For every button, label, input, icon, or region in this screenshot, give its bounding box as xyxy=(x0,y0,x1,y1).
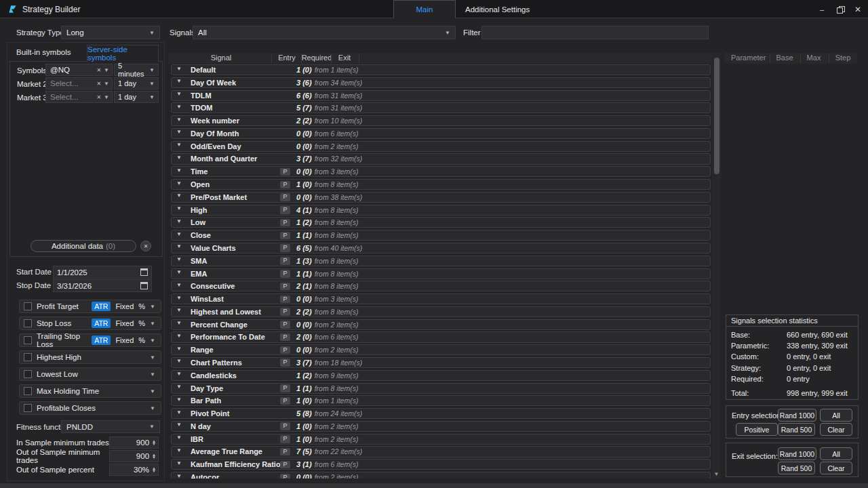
parametric-badge[interactable]: P xyxy=(280,168,290,176)
parametric-badge[interactable]: P xyxy=(280,346,290,354)
mode-fixed-button[interactable]: Fixed xyxy=(115,319,134,327)
expand-arrow-icon[interactable]: ▼ xyxy=(176,180,182,186)
exit-clear-button[interactable]: Clear xyxy=(820,462,852,474)
mode-atr-button[interactable]: ATR xyxy=(92,319,111,328)
signal-row[interactable]: ▼ Average True Range P 7 (5)from 22 item… xyxy=(171,446,711,457)
number-stepper[interactable]: 900 ▲▼ xyxy=(109,450,159,462)
mode-percent-button[interactable]: % xyxy=(138,336,145,344)
symbol-select[interactable]: @NQ ✕ ▼ xyxy=(45,64,113,76)
close-button[interactable]: ✕ xyxy=(851,3,865,16)
checkbox[interactable] xyxy=(24,370,32,378)
symbol-select[interactable]: Select... ✕ ▼ xyxy=(45,91,113,103)
expand-arrow-icon[interactable]: ▼ xyxy=(176,295,182,301)
clear-icon[interactable]: ✕ xyxy=(96,94,101,100)
signal-row[interactable]: ▼ Consecutive P 2 (1)from 8 item(s) xyxy=(171,281,711,291)
expand-arrow-icon[interactable]: ▼ xyxy=(176,231,182,237)
expand-arrow-icon[interactable]: ▼ xyxy=(176,155,182,161)
mode-atr-button[interactable]: ATR xyxy=(92,302,111,311)
expand-arrow-icon[interactable]: ▼ xyxy=(176,282,182,288)
signal-row[interactable]: ▼ SMA P 1 (3)from 8 item(s) xyxy=(171,256,711,266)
signal-row[interactable]: ▼ Time P 0 (0)from 3 item(s) xyxy=(171,166,711,177)
parametric-badge[interactable]: P xyxy=(280,435,290,443)
parametric-badge[interactable]: P xyxy=(280,448,290,456)
number-stepper[interactable]: 900 ▲▼ xyxy=(109,436,159,449)
signal-row[interactable]: ▼ Chart Patterns P 3 (7)from 18 item(s) xyxy=(171,357,711,368)
expand-arrow-icon[interactable]: ▼ xyxy=(176,256,182,262)
entry-positive-button[interactable]: Positive xyxy=(736,423,778,436)
signal-row[interactable]: ▼ Pivot Point P 5 (8)from 24 item(s) xyxy=(171,408,711,419)
parametric-badge[interactable]: P xyxy=(280,474,290,479)
entry-all-button[interactable]: All xyxy=(820,409,852,422)
parametric-badge[interactable]: P xyxy=(280,321,290,329)
signal-row[interactable]: ▼ Open P 1 (0)from 8 item(s) xyxy=(171,179,711,190)
signal-row[interactable]: ▼ Day Of Week P 3 (6)from 34 item(s) xyxy=(171,77,711,88)
parametric-badge[interactable]: P xyxy=(280,283,290,291)
chevron-down-icon[interactable]: ▼ xyxy=(150,304,155,310)
timeframe-select[interactable]: 1 day ▼ xyxy=(114,91,159,103)
parametric-badge[interactable]: P xyxy=(280,257,290,265)
expand-arrow-icon[interactable]: ▼ xyxy=(176,447,182,453)
mode-percent-button[interactable]: % xyxy=(138,302,145,310)
signal-row[interactable]: ▼ Value Charts P 6 (5)from 40 item(s) xyxy=(171,243,711,253)
minimize-button[interactable]: – xyxy=(815,3,829,16)
additional-data-button[interactable]: Additional data (0) xyxy=(31,240,136,252)
exit-option-row[interactable]: Stop Loss ATR Fixed % ▼ xyxy=(19,317,161,330)
chevron-down-icon[interactable]: ▼ xyxy=(150,354,155,361)
signal-row[interactable]: ▼ TDOM P 5 (7)from 31 item(s) xyxy=(171,102,711,113)
expand-arrow-icon[interactable]: ▼ xyxy=(176,473,182,479)
chevron-down-icon[interactable]: ▼ xyxy=(150,405,155,411)
parametric-badge[interactable]: P xyxy=(280,384,290,392)
mode-fixed-button[interactable]: Fixed xyxy=(115,302,134,310)
signal-row[interactable]: ▼ Pre/Post Market P 0 (0)from 38 item(s) xyxy=(171,192,711,203)
expand-arrow-icon[interactable]: ▼ xyxy=(176,218,182,224)
tab-main[interactable]: Main xyxy=(393,0,456,18)
expand-arrow-icon[interactable]: ▼ xyxy=(176,320,182,326)
checkbox[interactable] xyxy=(24,387,32,395)
expand-arrow-icon[interactable]: ▼ xyxy=(176,129,182,135)
timeframe-select[interactable]: 1 day ▼ xyxy=(114,77,159,89)
signal-row[interactable]: ▼ Kaufman Efficiency Ratio P 3 (1)from 6… xyxy=(171,459,711,470)
checkbox[interactable] xyxy=(24,353,32,361)
restore-button[interactable] xyxy=(833,3,847,16)
signal-row[interactable]: ▼ Range P 0 (0)from 2 item(s) xyxy=(171,344,711,355)
additional-data-clear-button[interactable]: ✕ xyxy=(140,241,151,251)
expand-arrow-icon[interactable]: ▼ xyxy=(176,104,182,110)
stepper-arrows[interactable]: ▲▼ xyxy=(152,453,156,460)
expand-arrow-icon[interactable]: ▼ xyxy=(176,243,182,249)
signal-row[interactable]: ▼ Highest and Lowest P 2 (2)from 8 item(… xyxy=(171,306,711,317)
signal-row[interactable]: ▼ EMA P 1 (1)from 8 item(s) xyxy=(171,268,711,279)
tab-builtin-symbols[interactable]: Built-in symbols xyxy=(16,48,71,56)
start-date-input[interactable]: 1/1/2025 xyxy=(53,266,152,279)
clear-icon[interactable]: ✕ xyxy=(96,81,101,87)
exit-option-row[interactable]: Trailing Stop Loss ATR Fixed % ▼ xyxy=(19,333,161,347)
expand-arrow-icon[interactable]: ▼ xyxy=(176,91,182,97)
signal-row[interactable]: ▼ Week number P 2 (2)from 10 item(s) xyxy=(171,115,711,126)
expand-arrow-icon[interactable]: ▼ xyxy=(176,192,182,199)
clear-icon[interactable]: ✕ xyxy=(96,67,101,73)
calendar-icon[interactable] xyxy=(140,282,148,289)
signal-row[interactable]: ▼ Day Of Month P 0 (0)from 6 item(s) xyxy=(171,128,711,139)
signal-row[interactable]: ▼ Odd/Even Day P 0 (0)from 2 item(s) xyxy=(171,141,711,152)
mode-atr-button[interactable]: ATR xyxy=(92,336,111,345)
stepper-arrows[interactable]: ▲▼ xyxy=(152,467,156,473)
arrow-down-icon[interactable]: ▼ xyxy=(152,456,156,460)
filter-input[interactable] xyxy=(481,26,709,39)
scrollbar-thumb[interactable] xyxy=(714,58,719,174)
signal-row[interactable]: ▼ Low P 1 (2)from 8 item(s) xyxy=(171,217,711,228)
checkbox[interactable] xyxy=(24,336,32,344)
parametric-badge[interactable]: P xyxy=(280,232,290,240)
signal-row[interactable]: ▼ Close P 1 (1)from 8 item(s) xyxy=(171,230,711,241)
signal-row[interactable]: ▼ Autocor P 0 (0)from 2 item(s) xyxy=(171,472,711,479)
expand-arrow-icon[interactable]: ▼ xyxy=(176,358,182,364)
signal-row[interactable]: ▼ Default P 1 (0)from 1 item(s) xyxy=(171,64,711,75)
exit-option-row[interactable]: Profit Target ATR Fixed % ▼ xyxy=(19,300,161,313)
expand-arrow-icon[interactable]: ▼ xyxy=(176,460,182,466)
mode-percent-button[interactable]: % xyxy=(138,319,145,327)
entry-rand1000-button[interactable]: Rand 1000 xyxy=(778,409,816,422)
entry-clear-button[interactable]: Clear xyxy=(820,423,852,436)
signal-row[interactable]: ▼ WinsLast P 0 (0)from 3 item(s) xyxy=(171,293,711,304)
mode-fixed-button[interactable]: Fixed xyxy=(115,336,134,344)
expand-arrow-icon[interactable]: ▼ xyxy=(176,167,182,174)
parametric-badge[interactable]: P xyxy=(280,296,290,304)
parametric-badge[interactable]: P xyxy=(280,308,290,316)
